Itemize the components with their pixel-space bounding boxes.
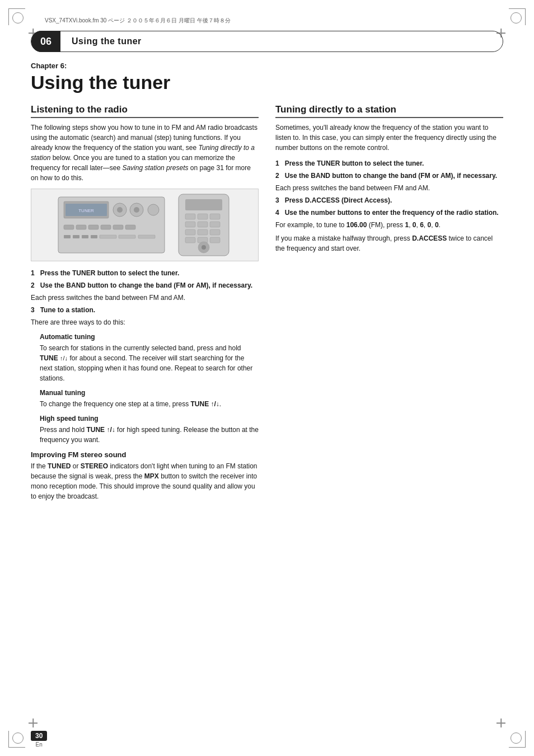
svg-text:TUNER: TUNER <box>78 208 94 213</box>
right-step-1: 1 Press the TUNER button to select the t… <box>275 158 503 168</box>
page-number-area: 30 En <box>31 731 47 748</box>
svg-rect-24 <box>185 214 195 219</box>
svg-rect-17 <box>82 235 88 238</box>
page-number-box: 30 <box>31 731 47 741</box>
high-speed-heading: High speed tuning <box>40 414 259 424</box>
chapter-heading: Using the tuner <box>31 72 503 93</box>
svg-rect-23 <box>185 199 222 210</box>
svg-rect-21 <box>138 235 155 238</box>
svg-point-5 <box>117 207 123 213</box>
right-step-3: 3 Press D.ACCESS (Direct Access). <box>275 195 503 205</box>
svg-rect-13 <box>113 225 123 229</box>
manual-tuning: Manual tuning To change the frequency on… <box>40 388 259 409</box>
fm-stereo-heading: Improving FM stereo sound <box>31 450 259 459</box>
page-lang: En <box>31 741 47 748</box>
circle-mark-tl <box>12 12 24 24</box>
section-heading-right: Tuning directly to a station <box>275 104 503 118</box>
chapter-number: 06 <box>31 31 60 52</box>
fm-stereo-section: Improving FM stereo sound If the TUNED o… <box>31 450 259 501</box>
chapter-label: Chapter 6: <box>31 62 503 70</box>
device-image: TUNER <box>31 189 259 261</box>
right-step-2: 2 Use the BAND button to change the band… <box>275 171 503 193</box>
right-intro: Sometimes, you'll already know the frequ… <box>275 123 503 153</box>
automatic-tuning: Automatic tuning To search for stations … <box>40 332 259 383</box>
main-content: Chapter 6: Using the tuner Listening to … <box>31 62 503 722</box>
svg-rect-35 <box>210 237 220 243</box>
manual-tuning-heading: Manual tuning <box>40 388 259 398</box>
svg-rect-26 <box>210 214 220 219</box>
circle-mark-br <box>510 732 522 744</box>
svg-rect-10 <box>76 225 86 229</box>
svg-rect-9 <box>64 225 74 229</box>
step-2: 2 Use the BAND button to change the band… <box>31 280 259 303</box>
svg-point-7 <box>134 207 139 213</box>
svg-point-37 <box>202 245 206 250</box>
intro-paragraph: The following steps show you how to tune… <box>31 123 259 183</box>
svg-rect-30 <box>185 229 195 235</box>
step-1: 1 Press the TUNER button to select the t… <box>31 268 259 278</box>
svg-rect-11 <box>88 225 99 229</box>
content-columns: Listening to the radio The following ste… <box>31 104 503 505</box>
right-step-4: 4 Use the number buttons to enter the fr… <box>275 208 503 253</box>
svg-rect-18 <box>91 235 97 238</box>
circle-mark-tr <box>510 12 522 24</box>
header-bar: 06 Using the tuner <box>31 31 503 52</box>
svg-rect-33 <box>185 237 195 243</box>
header-title: Using the tuner <box>60 36 142 46</box>
section-heading-left: Listening to the radio <box>31 104 259 118</box>
svg-rect-25 <box>198 214 208 219</box>
svg-rect-28 <box>198 222 208 227</box>
svg-rect-16 <box>73 235 79 238</box>
left-column: Listening to the radio The following ste… <box>31 104 259 505</box>
svg-rect-20 <box>119 235 135 238</box>
device-svg: TUNER <box>55 191 235 259</box>
circle-mark-bl <box>12 732 24 744</box>
right-column: Tuning directly to a station Sometimes, … <box>275 104 503 505</box>
svg-rect-32 <box>210 229 220 235</box>
svg-rect-19 <box>100 235 116 238</box>
step-3: 3 Tune to a station. There are three way… <box>31 305 259 327</box>
file-info: VSX_74TXVi.book.fm 30 ページ ２００５年６月６日 月曜日 … <box>45 17 231 25</box>
svg-rect-31 <box>198 229 208 235</box>
svg-rect-29 <box>210 222 220 227</box>
svg-rect-12 <box>101 225 111 229</box>
svg-rect-15 <box>64 235 71 238</box>
auto-tuning-heading: Automatic tuning <box>40 332 259 342</box>
svg-rect-14 <box>125 225 135 229</box>
svg-point-8 <box>148 204 159 215</box>
high-speed-tuning: High speed tuning Press and hold TUNE ↑/… <box>40 414 259 445</box>
svg-rect-27 <box>185 222 195 227</box>
